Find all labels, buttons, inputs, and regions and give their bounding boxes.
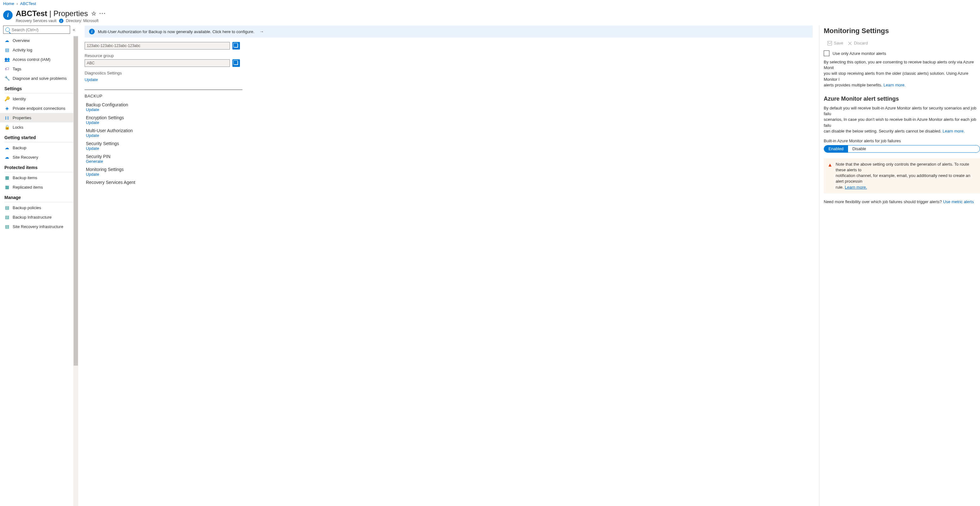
info-icon[interactable]: i [59,19,64,23]
banner-text: Multi-User Authorization for Backup is n… [98,29,255,34]
prop-label: Security Settings [86,141,813,146]
page-title: ABCTest | Properties ☆ ··· [16,9,977,18]
prop-label: Recovery Services Agent [86,180,813,185]
more-actions-icon[interactable]: ··· [99,10,106,17]
sidebar-item-label: Activity log [13,48,32,52]
breadcrumb-home[interactable]: Home [3,1,14,6]
sidebar-nav[interactable]: ☁Overview ▤Activity log 👥Access control … [0,36,78,506]
monitoring-update-link[interactable]: Update [86,172,99,177]
toggle-enabled[interactable]: Enabled [824,146,848,152]
sidebar-item-replicated-items[interactable]: ▦Replicated items [0,182,78,192]
sidebar-item-private-endpoint[interactable]: ◈Private endpoint connections [0,103,78,113]
sidebar-item-label: Backup policies [13,205,41,210]
page-header: i ABCTest | Properties ☆ ··· Recovery Se… [0,7,980,25]
backup-config-update-link[interactable]: Update [86,107,99,112]
security-pin-generate-link[interactable]: Generate [86,159,103,164]
info-banner[interactable]: i Multi-User Authorization for Backup is… [84,25,813,38]
mua-update-link[interactable]: Update [86,133,99,138]
copy-icon [234,61,238,65]
discard-button[interactable]: Discard [848,41,868,45]
sidebar-item-access-control[interactable]: 👥Access control (IAM) [0,55,78,64]
sidebar-item-locks[interactable]: 🔒Locks [0,122,78,132]
learn-more-link-2[interactable]: Learn more. [943,129,965,133]
sidebar-item-label: Properties [13,116,31,120]
resource-id-field[interactable] [84,42,230,49]
warning-note: ▲ Note that the above setting only contr… [824,159,980,194]
sidebar-item-identity[interactable]: 🔑Identity [0,94,78,103]
save-icon [827,41,832,45]
sidebar-item-diagnose[interactable]: 🔧Diagnose and solve problems [0,73,78,83]
search-input[interactable] [12,27,68,32]
favorite-star-icon[interactable]: ☆ [91,10,96,17]
endpoint-icon: ◈ [5,106,10,111]
para-line: By default you will receive built-in Azu… [824,106,976,116]
save-button[interactable]: Save [827,41,843,45]
sidebar-item-label: Site Recovery [13,155,38,160]
encryption-block: Encryption Settings Update [86,115,813,125]
flexibility-text: Need more flexibility over which job fai… [824,199,980,205]
security-settings-block: Security Settings Update [86,141,813,151]
policies-icon: ▤ [5,205,10,210]
sidebar-item-backup[interactable]: ☁Backup [0,143,78,152]
sidebar-item-site-recovery-infra[interactable]: ▤Site Recovery infrastructure [0,222,78,231]
recovery-agent-block: Recovery Services Agent [86,180,813,185]
sr-infra-icon: ▤ [5,224,10,229]
sidebar-item-overview[interactable]: ☁Overview [0,36,78,45]
panel-toolbar: Save Discard [824,38,980,50]
sidebar-section-manage: Manage [0,192,78,201]
sidebar-section-settings: Settings [0,83,78,92]
key-icon: 🔑 [5,96,10,101]
backup-items-icon: ▦ [5,175,10,180]
azure-monitor-heading: Azure Monitor alert settings [824,95,980,102]
copy-id-button[interactable] [232,42,240,49]
use-metric-alerts-link[interactable]: Use metric alerts [943,199,974,204]
save-label: Save [834,41,843,45]
breadcrumb-current[interactable]: ABCTest [20,1,36,6]
title-resource-name: ABCTest [16,9,47,17]
discard-label: Discard [854,41,868,45]
copy-rg-button[interactable] [232,59,240,67]
prop-label: Encryption Settings [86,115,813,120]
scrollbar-track[interactable] [73,36,78,506]
people-icon: 👥 [5,57,10,62]
sidebar-item-activity-log[interactable]: ▤Activity log [0,45,78,55]
collapse-sidebar-icon[interactable]: « [73,27,75,32]
infra-icon: ▤ [5,214,10,220]
breadcrumb-sep-icon: › [16,1,18,6]
learn-more-link[interactable]: Learn more. [883,82,905,87]
sidebar-item-properties[interactable]: ⫿⫿Properties [0,113,78,122]
log-icon: ▤ [5,47,10,52]
monitoring-settings-panel: Monitoring Settings Save Discard Use onl… [819,25,980,506]
job-failure-alerts-toggle[interactable]: Enabled Disable [824,145,980,153]
scrollbar-thumb[interactable] [73,36,78,366]
sidebar-item-backup-items[interactable]: ▦Backup items [0,173,78,182]
sidebar-item-label: Locks [13,125,23,130]
divider [5,93,74,94]
sidebar-item-site-recovery[interactable]: ☁Site Recovery [0,152,78,162]
para-line: scenarios, In case you don't wish to rec… [824,117,976,127]
subtitle-type: Recovery Services vault [16,19,57,23]
title-sep: | [47,9,54,17]
sidebar-item-backup-policies[interactable]: ▤Backup policies [0,203,78,212]
sidebar-item-label: Backup Infrastructure [13,215,52,220]
sidebar-item-tags[interactable]: 🏷Tags [0,64,78,73]
encryption-update-link[interactable]: Update [86,120,99,125]
security-update-link[interactable]: Update [86,146,99,151]
sidebar-item-backup-infrastructure[interactable]: ▤Backup Infrastructure [0,212,78,222]
title-page: Properties [53,9,88,17]
sidebar: « ☁Overview ▤Activity log 👥Access contro… [0,25,78,506]
diagnostics-update-link[interactable]: Update [84,77,98,82]
toggle-disable[interactable]: Disable [848,146,870,152]
sidebar-section-getting-started: Getting started [0,132,78,141]
resource-group-field[interactable] [84,59,230,67]
monitoring-settings-block: Monitoring Settings Update [86,167,813,177]
learn-more-link-3[interactable]: Learn more. [845,185,867,190]
vault-info-icon: i [3,10,13,20]
security-pin-block: Security PIN Generate [86,154,813,164]
warning-icon: ▲ [827,162,832,190]
divider [5,142,74,142]
sidebar-item-label: Identity [13,97,26,101]
search-input-wrapper[interactable] [3,25,70,34]
resource-group-label: Resource group [84,53,813,58]
use-only-azure-checkbox[interactable] [824,51,829,56]
